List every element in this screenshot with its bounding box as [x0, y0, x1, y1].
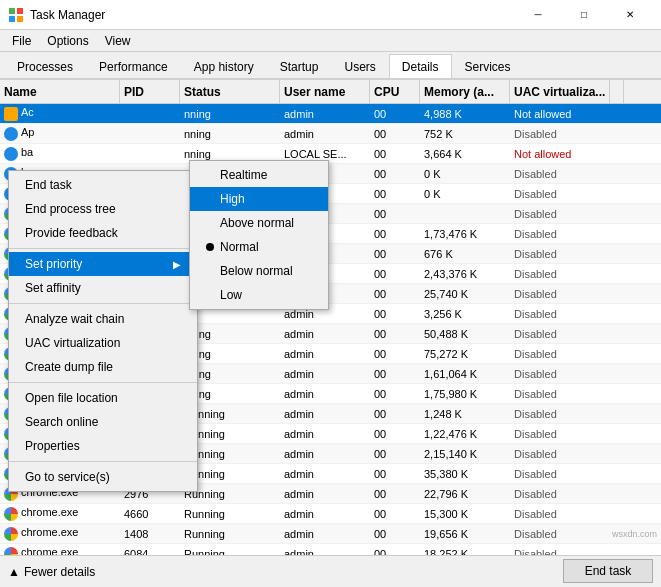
table-row[interactable]: chrome.exe 4660 Running admin 00 15,300 …: [0, 504, 661, 524]
tab-details[interactable]: Details: [389, 54, 452, 78]
cell-uac: Disabled: [510, 428, 610, 440]
tab-startup[interactable]: Startup: [267, 54, 332, 78]
cell-uac: Disabled: [510, 348, 610, 360]
cell-uac: Disabled: [510, 488, 610, 500]
close-button[interactable]: ✕: [607, 0, 653, 30]
sub-cm-below-normal[interactable]: Below normal: [190, 259, 328, 283]
fewer-details-label: Fewer details: [24, 565, 95, 579]
cm-go-to-services[interactable]: Go to service(s): [9, 465, 197, 489]
sub-cm-realtime-label: Realtime: [220, 168, 267, 182]
cell-memory: 25,740 K: [420, 288, 510, 300]
table-row[interactable]: ba nning LOCAL SE... 00 3,664 K Not allo…: [0, 144, 661, 164]
cell-uac: Disabled: [510, 388, 610, 400]
cell-memory: 19,656 K: [420, 528, 510, 540]
cell-user: LOCAL SE...: [280, 148, 370, 160]
normal-dot: [206, 243, 214, 251]
cell-cpu: 00: [370, 508, 420, 520]
cell-cpu: 00: [370, 428, 420, 440]
cell-name: Ap: [0, 126, 120, 140]
cell-uac: Disabled: [510, 528, 610, 540]
fewer-details-button[interactable]: ▲ Fewer details: [8, 565, 95, 579]
table-row[interactable]: Ac nning admin 00 4,988 K Not allowed: [0, 104, 661, 124]
cm-analyze-wait-chain[interactable]: Analyze wait chain: [9, 307, 197, 331]
tab-app-history[interactable]: App history: [181, 54, 267, 78]
cm-end-task[interactable]: End task: [9, 173, 197, 197]
window-title: Task Manager: [30, 8, 515, 22]
col-username: User name: [280, 80, 370, 103]
cell-cpu: 00: [370, 488, 420, 500]
cell-uac: Disabled: [510, 308, 610, 320]
cell-cpu: 00: [370, 128, 420, 140]
cell-name: Ac: [0, 106, 120, 120]
cm-search-online[interactable]: Search online: [9, 410, 197, 434]
svg-rect-1: [17, 8, 23, 14]
cell-user: admin: [280, 508, 370, 520]
maximize-button[interactable]: □: [561, 0, 607, 30]
cell-cpu: 00: [370, 388, 420, 400]
table-row[interactable]: Ap nning admin 00 752 K Disabled: [0, 124, 661, 144]
cm-uac-virtualization[interactable]: UAC virtualization: [9, 331, 197, 355]
cell-memory: 2,43,376 K: [420, 268, 510, 280]
tab-users[interactable]: Users: [331, 54, 388, 78]
cell-uac: Disabled: [510, 248, 610, 260]
col-cpu: CPU: [370, 80, 420, 103]
cell-user: admin: [280, 488, 370, 500]
cm-set-priority[interactable]: Set priority ▶: [9, 252, 197, 276]
menu-options[interactable]: Options: [39, 32, 96, 50]
cm-open-file-location[interactable]: Open file location: [9, 386, 197, 410]
menu-bar: File Options View: [0, 30, 661, 52]
cell-memory: 3,664 K: [420, 148, 510, 160]
cell-user: admin: [280, 528, 370, 540]
cell-uac: Disabled: [510, 228, 610, 240]
tab-processes[interactable]: Processes: [4, 54, 86, 78]
svg-rect-3: [17, 16, 23, 22]
svg-rect-0: [9, 8, 15, 14]
cell-uac: Disabled: [510, 268, 610, 280]
cell-cpu: 00: [370, 348, 420, 360]
cell-uac: Not allowed: [510, 108, 610, 120]
cell-memory: 4,988 K: [420, 108, 510, 120]
cell-cpu: 00: [370, 328, 420, 340]
col-status: Status: [180, 80, 280, 103]
end-task-button[interactable]: End task: [563, 559, 653, 583]
cm-set-priority-arrow: ▶: [173, 259, 181, 270]
cell-memory: 2,15,140 K: [420, 448, 510, 460]
cell-memory: 1,22,476 K: [420, 428, 510, 440]
minimize-button[interactable]: ─: [515, 0, 561, 30]
main-content: Name PID Status User name CPU Memory (a.…: [0, 80, 661, 575]
sub-cm-high[interactable]: High: [190, 187, 328, 211]
cell-uac: Disabled: [510, 368, 610, 380]
cell-uac: Disabled: [510, 408, 610, 420]
cm-end-process-tree[interactable]: End process tree: [9, 197, 197, 221]
bottom-bar: ▲ Fewer details End task: [0, 555, 661, 587]
context-menu: End task End process tree Provide feedba…: [8, 170, 198, 492]
cm-set-affinity[interactable]: Set affinity: [9, 276, 197, 300]
cell-user: admin: [280, 468, 370, 480]
cell-cpu: 00: [370, 108, 420, 120]
sub-context-menu: Realtime High Above normal Normal Below …: [189, 160, 329, 310]
menu-view[interactable]: View: [97, 32, 139, 50]
sub-cm-above-normal[interactable]: Above normal: [190, 211, 328, 235]
app-icon: [8, 7, 24, 23]
tab-performance[interactable]: Performance: [86, 54, 181, 78]
tab-services[interactable]: Services: [452, 54, 524, 78]
sub-cm-above-normal-label: Above normal: [220, 216, 294, 230]
cell-cpu: 00: [370, 308, 420, 320]
cell-memory: 15,300 K: [420, 508, 510, 520]
title-bar: Task Manager ─ □ ✕: [0, 0, 661, 30]
sub-cm-normal[interactable]: Normal: [190, 235, 328, 259]
cell-cpu: 00: [370, 248, 420, 260]
cell-uac: Disabled: [510, 128, 610, 140]
sub-cm-low[interactable]: Low: [190, 283, 328, 307]
window-controls: ─ □ ✕: [515, 0, 653, 30]
col-name: Name: [0, 80, 120, 103]
cell-status: nning: [180, 108, 280, 120]
cell-memory: 3,256 K: [420, 308, 510, 320]
cm-create-dump-file[interactable]: Create dump file: [9, 355, 197, 379]
cm-properties[interactable]: Properties: [9, 434, 197, 458]
sub-cm-realtime[interactable]: Realtime: [190, 163, 328, 187]
menu-file[interactable]: File: [4, 32, 39, 50]
cm-provide-feedback[interactable]: Provide feedback: [9, 221, 197, 245]
table-row[interactable]: chrome.exe 1408 Running admin 00 19,656 …: [0, 524, 661, 544]
col-uac: UAC virtualiza...: [510, 80, 610, 103]
